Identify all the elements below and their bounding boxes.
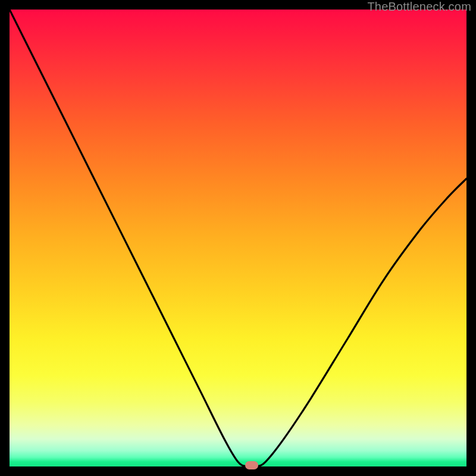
chart-frame: TheBottleneck.com (0, 0, 476, 476)
minimum-marker (245, 461, 258, 469)
bottleneck-curve (10, 10, 466, 466)
watermark-text: TheBottleneck.com (367, 0, 471, 14)
plot-area (10, 10, 466, 466)
